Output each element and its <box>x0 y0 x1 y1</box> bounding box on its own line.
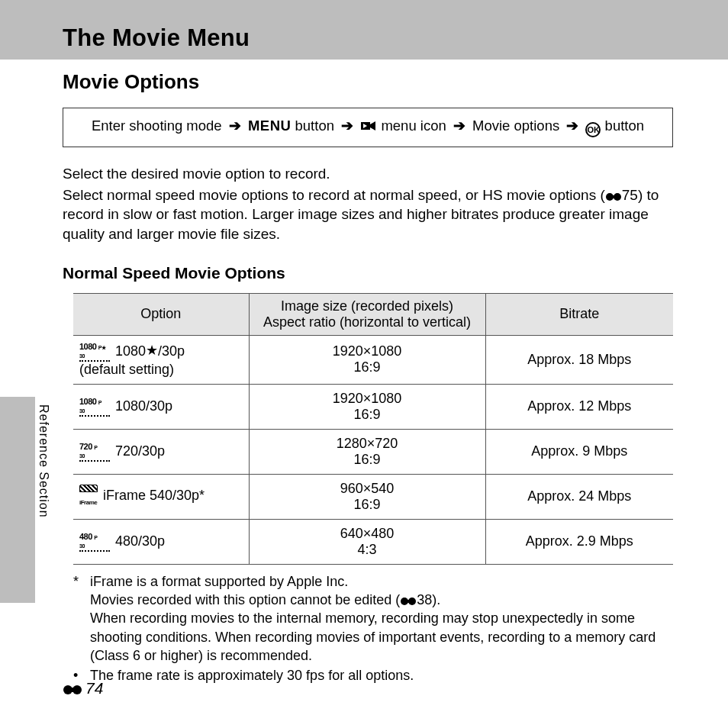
movie-menu-icon <box>360 119 377 136</box>
footnote-marker: * <box>73 572 90 665</box>
menu-button-label: MENU <box>248 118 291 134</box>
option-label: 480/30p <box>115 533 165 549</box>
table-row: 720 P30 720/30p 1280×72016:9 Approx. 9 M… <box>73 429 673 474</box>
page-number: 74 <box>63 679 103 697</box>
svg-marker-1 <box>370 121 375 130</box>
option-icon-1080: 1080 P30 <box>79 397 110 417</box>
table-row: 1080 P30 1080/30p 1920×108016:9 Approx. … <box>73 384 673 429</box>
table-row: 480 P30 480/30p 640×4804:3 Approx. 2.9 M… <box>73 519 673 564</box>
nav-step-enter: Enter shooting mode <box>92 118 222 134</box>
svg-rect-5 <box>609 195 618 198</box>
option-note: (default setting) <box>79 362 174 377</box>
reference-icon <box>400 592 417 607</box>
reference-icon <box>605 187 622 203</box>
table-row: 1080 P★30 1080★/30p (default setting) 19… <box>73 335 673 384</box>
cell-size: 640×4804:3 <box>249 519 485 564</box>
col-imagesize: Image size (recorded pixels) Aspect rati… <box>249 293 485 335</box>
cell-size: 1280×72016:9 <box>249 429 485 474</box>
nav-step-movieoptions: Movie options <box>472 118 559 134</box>
nav-step-button1: button <box>291 118 334 134</box>
option-icon-480: 480 P30 <box>79 532 110 552</box>
intro-paragraph-1: Select the desired movie option to recor… <box>63 164 673 184</box>
option-icon-iframe: iFrame <box>79 485 98 508</box>
footnote-line: Movies recorded with this option cannot … <box>90 591 673 609</box>
nav-step-menuicon: menu icon <box>377 118 446 134</box>
option-label: 1080★/30p <box>115 343 185 359</box>
cell-bitrate: Approx. 2.9 Mbps <box>485 519 673 564</box>
table-title: Normal Speed Movie Options <box>63 264 673 282</box>
nav-step-button2: button <box>601 118 644 134</box>
cell-bitrate: Approx. 9 Mbps <box>485 429 673 474</box>
col-bitrate: Bitrate <box>485 293 673 335</box>
section-title: Movie Options <box>63 70 673 94</box>
arrow-icon: ➔ <box>341 118 353 134</box>
col-option: Option <box>73 293 249 335</box>
option-icon-1080star: 1080 P★30 <box>79 342 110 362</box>
navigation-path-box: Enter shooting mode ➔ MENU button ➔ menu… <box>63 108 673 147</box>
movie-options-table: Option Image size (recorded pixels) Aspe… <box>73 293 673 565</box>
cell-bitrate: Approx. 12 Mbps <box>485 384 673 429</box>
footnote-bullet: The frame rate is approximately 30 fps f… <box>90 666 673 685</box>
side-label: Reference Section <box>37 404 50 518</box>
option-label: 1080/30p <box>115 398 172 414</box>
footnotes: * iFrame is a format supported by Apple … <box>73 572 673 685</box>
ok-button-icon: OK <box>585 122 601 137</box>
footnote-line: When recording movies to the internal me… <box>90 609 673 665</box>
option-icon-720: 720 P30 <box>79 442 110 462</box>
option-label: iFrame 540/30p* <box>103 488 205 504</box>
cell-bitrate: Approx. 18 Mbps <box>485 335 673 384</box>
option-label: 720/30p <box>115 443 165 459</box>
intro-paragraph-2: Select normal speed movie options to rec… <box>63 185 673 244</box>
sidebar-gray-block <box>0 397 35 603</box>
table-row: iFrame iFrame 540/30p* 960×54016:9 Appro… <box>73 474 673 519</box>
arrow-icon: ➔ <box>453 118 465 134</box>
intro-text: Select the desired movie option to recor… <box>63 164 673 244</box>
reference-icon <box>63 679 82 697</box>
cell-bitrate: Approx. 24 Mbps <box>485 474 673 519</box>
cell-size: 1920×108016:9 <box>249 335 485 384</box>
cell-size: 1920×108016:9 <box>249 384 485 429</box>
arrow-icon: ➔ <box>566 118 578 134</box>
page-title: The Movie Menu <box>63 24 250 52</box>
svg-rect-8 <box>404 600 413 603</box>
footnote-line: iFrame is a format supported by Apple In… <box>90 572 673 591</box>
cell-size: 960×54016:9 <box>249 474 485 519</box>
arrow-icon: ➔ <box>229 118 241 134</box>
svg-rect-11 <box>67 688 78 692</box>
header-bar: The Movie Menu <box>0 0 728 60</box>
